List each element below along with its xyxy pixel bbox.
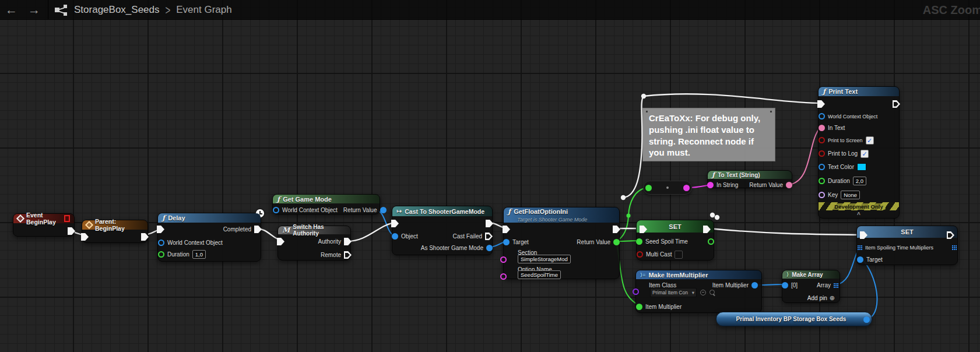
in-text-pin[interactable] bbox=[819, 125, 825, 131]
print-to-log-checkbox[interactable]: ✓ bbox=[860, 150, 869, 158]
exec-out-pin[interactable] bbox=[893, 100, 900, 108]
node-title: Delay bbox=[168, 214, 185, 221]
development-only-banner: Development Only bbox=[819, 202, 899, 210]
item-spoiling-time-multipliers-in-pin[interactable] bbox=[858, 245, 862, 250]
conversion-in-pin[interactable] bbox=[645, 185, 652, 191]
exec-out-pin[interactable] bbox=[486, 220, 493, 227]
exec-out-pin[interactable] bbox=[141, 233, 149, 241]
event-icon bbox=[85, 221, 93, 229]
add-pin-label[interactable]: Add pin bbox=[807, 295, 827, 301]
macro-icon: M bbox=[282, 226, 290, 234]
pin-label: In Text bbox=[828, 125, 845, 131]
pin-label: Completed bbox=[223, 226, 251, 233]
return-value-pin[interactable] bbox=[380, 207, 387, 213]
pin-label: World Context Object bbox=[282, 207, 338, 213]
exec-in-pin[interactable] bbox=[277, 238, 284, 245]
pin-label: Remote bbox=[321, 252, 341, 258]
key-pin[interactable] bbox=[819, 192, 825, 198]
node-delay[interactable]: ƒ Delay Completed World Context Object D… bbox=[157, 213, 261, 262]
seed-spoil-time-out-pin[interactable] bbox=[708, 238, 714, 245]
world-context-object-pin[interactable] bbox=[273, 207, 279, 213]
node-title: SET bbox=[901, 228, 913, 235]
forward-arrow-icon[interactable]: → bbox=[23, 1, 45, 19]
cast-failed-exec-out-pin[interactable] bbox=[485, 233, 493, 240]
option-name-input[interactable]: SeedSpoilTime bbox=[518, 270, 561, 279]
pin-label: As Shooter Game Mode bbox=[421, 245, 483, 251]
node-cast-to-shootergamemode[interactable]: ↦ Cast To ShooterGameMode Object Cast Fa… bbox=[392, 206, 493, 255]
node-title: Make Array bbox=[792, 272, 823, 278]
node-set-item-spoiling-time-multipliers[interactable]: SET Item Spoiling Time Multipliers Targe… bbox=[856, 226, 958, 265]
array-element-0-pin[interactable] bbox=[782, 282, 788, 288]
authority-exec-out-pin[interactable] bbox=[344, 238, 352, 245]
graph-title-bar: ← → StorageBox_Seeds > Event Graph bbox=[0, 0, 980, 20]
as-shooter-game-mode-pin[interactable] bbox=[486, 245, 493, 251]
multi-cast-pin[interactable] bbox=[637, 251, 643, 258]
target-pin[interactable] bbox=[503, 239, 510, 245]
browse-search-icon[interactable] bbox=[709, 290, 715, 295]
add-pin-icon[interactable]: ⊕ bbox=[830, 294, 835, 302]
node-to-text-string[interactable]: ƒ To Text (String) In String Return Valu… bbox=[707, 170, 792, 188]
in-string-pin[interactable] bbox=[707, 182, 714, 188]
key-input[interactable]: None bbox=[841, 191, 860, 199]
node-title: Event BeginPlay bbox=[26, 212, 61, 226]
node-title: Switch Has Authority bbox=[293, 224, 346, 237]
inventory-out-pin[interactable] bbox=[863, 316, 870, 323]
node-primal-inventory-bp-storage-box-seeds[interactable]: Primal Inventory BP Storage Box Seeds bbox=[716, 312, 872, 326]
print-to-log-pin[interactable] bbox=[819, 150, 825, 157]
completed-exec-out-pin[interactable] bbox=[254, 226, 262, 233]
section-input[interactable]: SimpleStorageMod bbox=[518, 255, 571, 263]
print-to-screen-checkbox[interactable]: ✓ bbox=[866, 136, 874, 145]
exec-in-pin[interactable] bbox=[157, 226, 164, 233]
use-selected-asset-icon[interactable] bbox=[700, 290, 706, 295]
function-icon: ƒ bbox=[277, 195, 280, 203]
text-color-swatch[interactable] bbox=[857, 163, 866, 171]
node-float-to-string-conversion[interactable] bbox=[643, 181, 692, 195]
breadcrumb-chevron-icon: > bbox=[166, 2, 171, 17]
pin-label: Print to Screen bbox=[828, 138, 863, 143]
remote-exec-out-pin[interactable] bbox=[344, 251, 352, 259]
node-switch-has-authority[interactable]: M Switch Has Authority Authority Remote bbox=[278, 226, 351, 261]
array-out-pin[interactable] bbox=[834, 283, 838, 288]
exec-out-pin[interactable] bbox=[68, 227, 75, 235]
breadcrumb-graph-name[interactable]: Event Graph bbox=[176, 4, 231, 16]
exec-in-pin[interactable] bbox=[391, 220, 399, 227]
return-value-pin[interactable] bbox=[613, 239, 620, 245]
multi-cast-checkbox[interactable] bbox=[675, 251, 683, 259]
node-title: To Text (String) bbox=[718, 172, 760, 178]
world-context-object-pin[interactable] bbox=[158, 240, 164, 246]
item-class-dropdown[interactable]: Primal Item Con ▾ bbox=[650, 288, 697, 297]
node-get-game-mode[interactable]: ƒ Get Game Mode World Context Object Ret… bbox=[272, 194, 380, 214]
duration-pin[interactable] bbox=[819, 178, 825, 184]
function-icon: ƒ bbox=[823, 87, 826, 96]
pin-label: Target bbox=[866, 256, 883, 263]
node-parent-beginplay[interactable]: Parent: BeginPlay bbox=[82, 220, 148, 243]
world-context-object-pin[interactable] bbox=[819, 113, 825, 119]
pin-label: [0] bbox=[791, 282, 798, 288]
blueprint-graph-icon bbox=[54, 4, 68, 16]
collapse-caret-icon[interactable]: ^ bbox=[819, 212, 899, 218]
exec-out-pin[interactable] bbox=[613, 226, 620, 233]
print-to-screen-pin[interactable] bbox=[819, 137, 825, 143]
duration-input[interactable]: 2,0 bbox=[853, 177, 866, 185]
exec-in-pin[interactable] bbox=[81, 233, 89, 241]
breadcrumb-blueprint-name[interactable]: StorageBox_Seeds bbox=[74, 4, 160, 16]
node-set-seed-spoil-time[interactable]: SET Seed Spoil Time Multi Cast bbox=[636, 220, 714, 261]
node-getfloatoptionini[interactable]: ƒ GetFloatOptionIni Target is Shooter Ga… bbox=[503, 207, 620, 279]
node-event-beginplay[interactable]: Event BeginPlay bbox=[13, 213, 75, 237]
exec-in-pin[interactable] bbox=[503, 226, 510, 233]
node-make-array[interactable]: ⟩ Make Array [0] Array Add pin ⊕ bbox=[782, 270, 840, 303]
duration-pin[interactable] bbox=[158, 251, 164, 258]
object-pin[interactable] bbox=[392, 233, 398, 240]
text-color-pin[interactable] bbox=[819, 164, 825, 170]
back-arrow-icon[interactable]: ← bbox=[0, 1, 23, 19]
exec-in-pin[interactable] bbox=[817, 100, 825, 108]
conversion-out-pin[interactable] bbox=[683, 185, 690, 191]
target-pin[interactable] bbox=[857, 256, 863, 263]
duration-input[interactable]: 1,0 bbox=[192, 250, 206, 259]
return-value-pin[interactable] bbox=[786, 182, 792, 188]
node-print-text[interactable]: ƒ Print Text World Context Object In Tex… bbox=[818, 86, 900, 219]
seed-spoil-time-in-pin[interactable] bbox=[636, 238, 642, 245]
item-multiplier-in-pin[interactable] bbox=[636, 304, 642, 310]
item-spoiling-time-multipliers-out-pin[interactable] bbox=[952, 245, 957, 250]
node-make-itemmultiplier[interactable]: ⟩≡ Make ItemMultiplier Item Class Item M… bbox=[635, 270, 762, 313]
